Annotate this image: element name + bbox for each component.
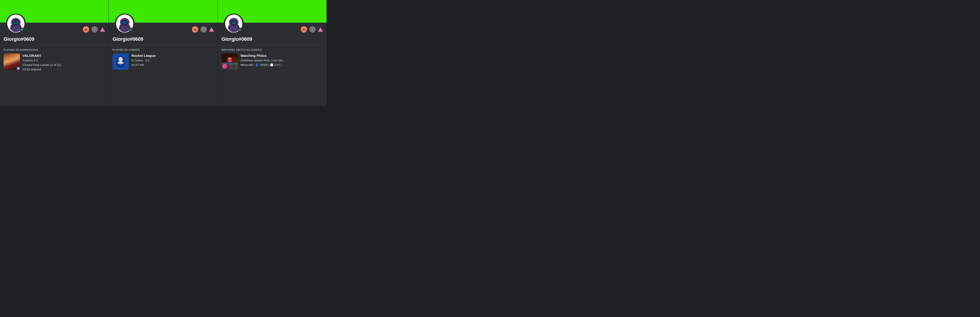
activity-title-1: VALORANT	[22, 53, 61, 58]
username-3: Giorgio#0609	[221, 36, 323, 42]
svg-point-3	[13, 20, 19, 26]
profile-section-3: 🦇	[218, 23, 326, 33]
activity-title-2: Rocket League	[132, 53, 156, 58]
username-area-2: Giorgio#0609	[109, 36, 218, 45]
svg-point-20	[122, 20, 128, 26]
activity-image-wrapper-1	[4, 53, 20, 70]
activity-title-3: Watching Philza	[240, 53, 285, 58]
triangle-icon-1[interactable]	[100, 27, 105, 32]
svg-rect-51	[235, 62, 238, 65]
svg-rect-29	[118, 62, 123, 64]
activity-details-3: Watching Philza christmas stream hello :…	[240, 53, 285, 67]
activity-details-2: Rocket League In Game - 3:1 01:07 left	[132, 53, 156, 67]
activity-sub-2-0: In Game - 3:1	[132, 59, 156, 62]
svg-rect-55	[230, 65, 232, 70]
username-1: Giorgio#0609	[4, 36, 105, 42]
svg-point-24	[126, 22, 126, 24]
valorant-badge	[16, 66, 21, 70]
profile-section-1: 🦇	[0, 23, 108, 33]
activity-label-2: PLAYING AS GIORGIO	[113, 49, 214, 51]
avatar-wrapper-3	[224, 14, 244, 33]
svg-point-38	[232, 22, 233, 24]
circle-inner-icon-3	[311, 28, 314, 31]
activity-row-2: Rocket League In Game - 3:1 01:07 left	[113, 53, 214, 70]
avatar-circle-1	[6, 14, 26, 33]
bat-icon-1[interactable]: 🦇	[83, 26, 89, 33]
action-icons-1: 🦇	[83, 26, 105, 33]
rocket-league-image	[113, 53, 129, 70]
activity-image-wrapper-3	[221, 53, 238, 70]
activity-sub-1-2: 03:59 elapsed	[22, 67, 61, 72]
svg-rect-11	[5, 58, 8, 70]
profile-card-2: 🦇 Giorgio#0609 PLAYING AS GIORGIO	[109, 0, 218, 106]
svg-point-41	[312, 29, 313, 30]
activity-image-wrapper-2	[113, 53, 129, 70]
action-icons-2: 🦇	[192, 26, 214, 33]
svg-point-7	[16, 22, 18, 24]
twitch-streamer-avatar	[222, 64, 228, 69]
activity-section-1: PLAYING AS GIORGIO#1234	[0, 45, 108, 74]
bat-icon-3[interactable]: 🦇	[301, 26, 307, 33]
circle-inner-icon-1	[93, 28, 96, 31]
svg-rect-60	[230, 59, 232, 62]
svg-rect-62	[230, 62, 231, 64]
avatar-wrapper-2	[115, 14, 135, 33]
activity-section-2: PLAYING AS GIORGIO	[109, 45, 218, 72]
status-dot-1	[20, 28, 24, 32]
svg-point-9	[94, 29, 95, 30]
svg-marker-16	[17, 67, 20, 70]
activity-label-1: PLAYING AS GIORGIO#1234	[4, 49, 105, 51]
svg-rect-50	[232, 62, 235, 65]
svg-rect-12	[9, 61, 11, 70]
triangle-icon-2[interactable]	[209, 27, 214, 32]
activity-row-1: VALORANT Custom 2-1 Closed Party Leader …	[4, 53, 105, 72]
profile-card-1: 🦇 Giorgio#0609 PLAYING AS GIORGIO#1234	[0, 0, 109, 106]
activity-sub-3-1: Minecraft | 👤 18580 | 🕐 2:47:...	[240, 63, 285, 67]
profile-section-2: 🦇	[109, 23, 218, 33]
avatar-circle-3	[224, 14, 244, 33]
rl-art	[113, 53, 129, 70]
activity-section-3: WATCHING TWITCH AS GIORGIO	[218, 45, 326, 72]
svg-point-23	[123, 22, 124, 24]
twitch-image	[221, 53, 238, 70]
svg-rect-14	[11, 62, 15, 70]
status-dot-2	[129, 28, 133, 32]
svg-rect-15	[4, 53, 20, 59]
activity-details-1: VALORANT Custom 2-1 Closed Party Leader …	[22, 53, 61, 72]
status-dot-3	[238, 28, 242, 32]
svg-rect-57	[235, 65, 238, 70]
profile-card-3: 🦇 Giorgio#0609 WATCHING TWITCH AS GIORGI…	[218, 0, 327, 106]
action-icons-3: 🦇	[301, 26, 323, 33]
activity-sub-2-1: 01:07 left	[132, 63, 156, 67]
activity-label-3: WATCHING TWITCH AS GIORGIO	[221, 49, 323, 51]
svg-point-39	[234, 22, 235, 24]
activity-sub-1-0: Custom 2-1	[22, 59, 61, 62]
svg-point-35	[231, 20, 237, 26]
circle-icon-1[interactable]	[91, 26, 98, 33]
svg-rect-56	[232, 65, 235, 70]
username-area-1: Giorgio#0609	[0, 36, 108, 45]
svg-rect-61	[228, 62, 229, 64]
bat-icon-2[interactable]: 🦇	[192, 26, 198, 33]
activity-sub-1-1: Closed Party Leader (1 of 12)	[22, 63, 61, 67]
circle-icon-2[interactable]	[200, 26, 207, 33]
activity-sub-3-0: christmas stream hello :) we chil...	[240, 59, 285, 62]
avatar-wrapper-1	[6, 14, 26, 33]
avatar-circle-2	[115, 14, 135, 33]
activity-row-3: Watching Philza christmas stream hello :…	[221, 53, 323, 70]
username-area-3: Giorgio#0609	[218, 36, 326, 45]
svg-point-26	[203, 29, 204, 30]
triangle-icon-3[interactable]	[318, 27, 323, 32]
circle-inner-icon-2	[202, 28, 205, 31]
circle-icon-3[interactable]	[309, 26, 316, 33]
svg-point-6	[14, 22, 15, 24]
username-2: Giorgio#0609	[113, 36, 214, 42]
valorant-badge-icon	[16, 66, 20, 70]
svg-rect-59	[228, 59, 229, 62]
